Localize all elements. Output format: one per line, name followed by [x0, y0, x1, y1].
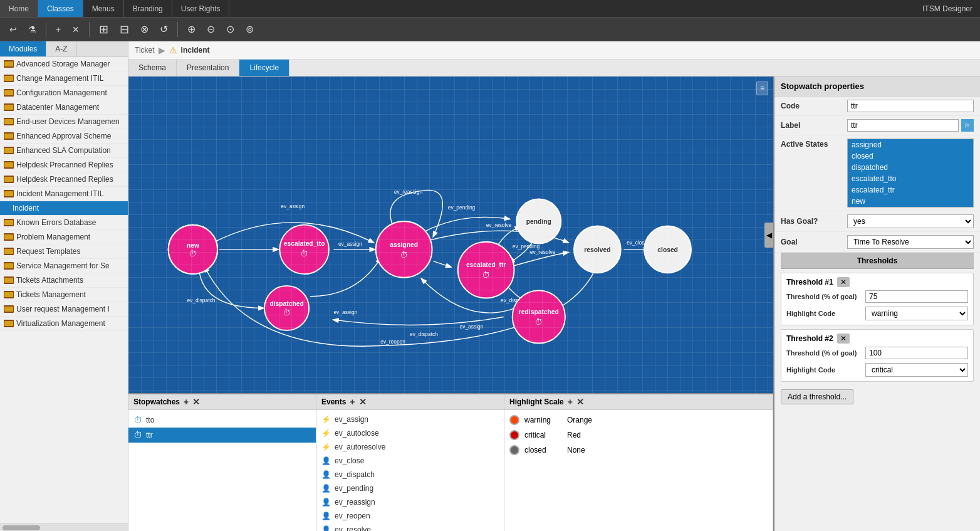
sidebar-item-8[interactable]: Helpdesk Precanned Replies	[0, 172, 128, 187]
code-input[interactable]	[847, 100, 974, 112]
scrollbar[interactable]	[0, 523, 128, 531]
sidebar-item-incident[interactable]: Incident	[0, 201, 128, 216]
sidebar-item-13[interactable]: Request Templates	[0, 244, 128, 259]
module-icon	[4, 320, 14, 327]
nav-home[interactable]: Home	[0, 0, 38, 17]
sidebar-item-16[interactable]: Tickets Management	[0, 288, 128, 302]
threshold2-percent-row: Threshold (% of goal)	[784, 345, 971, 361]
diagram-canvas[interactable]: ≡ ◀	[128, 76, 773, 393]
add-btn[interactable]: +	[51, 22, 65, 37]
lab-btn[interactable]: ⚗	[24, 22, 41, 37]
sidebar-item-17[interactable]: User request Management I	[0, 302, 128, 317]
nav-classes[interactable]: Classes	[38, 0, 83, 17]
sidebar-item-2[interactable]: Configuration Management	[0, 86, 128, 100]
stopwatch-tto[interactable]: ⏱ tto	[128, 413, 316, 428]
sidebar-item-6[interactable]: Enhanced SLA Computation	[0, 144, 128, 158]
tool1[interactable]: ⊞	[95, 20, 113, 39]
threshold2-close-btn[interactable]: ✕	[837, 334, 850, 344]
event-ev_dispatch[interactable]: 👤ev_dispatch	[316, 468, 504, 481]
sidebar-tab-az[interactable]: A-Z	[46, 41, 76, 56]
sidebar: Modules A-Z Advanced Storage Manager Cha…	[0, 41, 128, 531]
event-ev_close[interactable]: 👤ev_close	[316, 454, 504, 468]
tool3[interactable]: ⊗	[136, 21, 153, 38]
tab-presentation[interactable]: Presentation	[177, 60, 239, 76]
goal-select[interactable]: Time To Resolve Time To Own	[847, 235, 974, 249]
lightning-icon: ⚡	[321, 429, 331, 438]
breadcrumb-ticket[interactable]: Ticket	[135, 46, 155, 55]
events-add-btn[interactable]: +	[350, 397, 355, 407]
events-remove-btn[interactable]: ✕	[359, 397, 367, 407]
module-icon	[4, 89, 14, 97]
active-states-list[interactable]: assigned closed dispatched escalated_tto…	[847, 139, 974, 208]
threshold1-percent-input[interactable]	[865, 290, 968, 303]
delete-btn[interactable]: ✕	[68, 22, 84, 37]
sidebar-tab-modules[interactable]: Modules	[0, 41, 46, 56]
sidebar-item-15[interactable]: Tickets Attachments	[0, 273, 128, 288]
add-threshold-btn[interactable]: Add a threshold...	[781, 389, 853, 404]
breadcrumb-incident[interactable]: Incident	[181, 46, 210, 55]
has-goal-label: Has Goal?	[781, 217, 843, 226]
threshold1-highlight-select[interactable]: warning critical closed	[865, 307, 968, 320]
tool4[interactable]: ↺	[155, 21, 172, 38]
event-ev_assign[interactable]: ⚡ev_assign	[316, 413, 504, 426]
nav-menus[interactable]: Menus	[83, 0, 124, 17]
label-input[interactable]	[847, 119, 959, 132]
threshold1-close-btn[interactable]: ✕	[837, 277, 850, 287]
tab-lifecycle[interactable]: Lifecycle	[239, 60, 289, 76]
stopwatches-add-btn[interactable]: +	[184, 397, 189, 407]
hs-closed[interactable]: closed None	[504, 443, 773, 458]
flag-btn[interactable]: 🏳	[961, 119, 974, 132]
sidebar-item-11[interactable]: Known Errors Database	[0, 216, 128, 230]
stopwatch-ttr[interactable]: ⏱ ttr	[128, 428, 316, 443]
sidebar-item-7[interactable]: Helpdesk Precanned Replies	[0, 158, 128, 172]
threshold2-highlight-select[interactable]: warning critical closed	[865, 363, 968, 377]
hs-add-btn[interactable]: +	[568, 397, 573, 407]
sidebar-item-3[interactable]: Datacenter Management	[0, 100, 128, 115]
hs-remove-btn[interactable]: ✕	[576, 397, 584, 407]
state-closed[interactable]: closed	[848, 150, 973, 162]
sidebar-item-14[interactable]: Service Management for Se	[0, 259, 128, 273]
sidebar-item-1[interactable]: Change Management ITIL	[0, 71, 128, 86]
undo-btn[interactable]: ↩	[5, 22, 21, 37]
top-nav: Home Classes Menus Branding User Rights …	[0, 0, 980, 18]
hs-warning[interactable]: warning Orange	[504, 413, 773, 428]
sidebar-item-4[interactable]: End-user Devices Managemen	[0, 115, 128, 129]
stopwatches-remove-btn[interactable]: ✕	[192, 397, 200, 407]
sidebar-item-0[interactable]: Advanced Storage Manager	[0, 57, 128, 71]
person-icon: 👤	[321, 470, 331, 479]
svg-text:redispatched: redispatched	[519, 308, 559, 315]
list-view-btn[interactable]: ≡	[756, 81, 768, 95]
module-icon	[4, 190, 14, 197]
person-icon: 👤	[321, 456, 331, 465]
event-ev_reassign[interactable]: 👤ev_reassign	[316, 495, 504, 509]
hs-critical[interactable]: critical Red	[504, 428, 773, 443]
tab-schema[interactable]: Schema	[128, 60, 177, 76]
state-escalated-ttr[interactable]: escalated_ttr	[848, 184, 973, 196]
event-ev_reopen[interactable]: 👤ev_reopen	[316, 509, 504, 523]
nav-branding[interactable]: Branding	[124, 0, 172, 17]
event-ev_resolve[interactable]: 👤ev_resolve	[316, 523, 504, 531]
state-dispatched[interactable]: dispatched	[848, 162, 973, 173]
threshold2-percent-input[interactable]	[865, 347, 968, 359]
sidebar-item-5[interactable]: Enhanced Approval Scheme	[0, 129, 128, 144]
tool8[interactable]: ⊚	[241, 21, 258, 38]
sidebar-item-18[interactable]: Virtualization Management	[0, 317, 128, 331]
sidebar-item-12[interactable]: Problem Management	[0, 230, 128, 244]
state-escalated-tto[interactable]: escalated_tto	[848, 173, 973, 184]
tool5[interactable]: ⊕	[183, 21, 200, 38]
state-new[interactable]: new	[848, 196, 973, 207]
event-ev_pending[interactable]: 👤ev_pending	[316, 481, 504, 495]
module-icon	[4, 60, 14, 68]
diagram-toggle[interactable]: ◀	[764, 223, 773, 248]
has-goal-select[interactable]: yes no	[847, 214, 974, 228]
state-assigned[interactable]: assigned	[848, 139, 973, 150]
tool2[interactable]: ⊟	[115, 20, 133, 39]
sidebar-item-9[interactable]: Incident Management ITIL	[0, 187, 128, 201]
event-ev_autoclose[interactable]: ⚡ev_autoclose	[316, 426, 504, 440]
nav-user-rights[interactable]: User Rights	[172, 0, 230, 17]
event-ev_autoresolve[interactable]: ⚡ev_autoresolve	[316, 440, 504, 454]
tool6[interactable]: ⊝	[202, 21, 219, 38]
node-assigned[interactable]	[376, 221, 432, 278]
tool7[interactable]: ⊙	[222, 21, 239, 38]
state-pending[interactable]: pending	[848, 207, 973, 208]
